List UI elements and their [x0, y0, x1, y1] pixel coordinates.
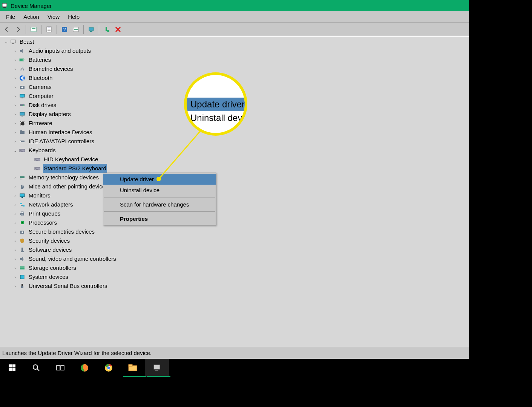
svg-rect-62 — [21, 214, 23, 216]
device-manager-taskbar-icon[interactable] — [145, 359, 169, 377]
tree-category[interactable]: ›Mice and other pointing devices — [0, 182, 469, 191]
task-view-button[interactable] — [48, 359, 72, 377]
tree-category[interactable]: ›Batteries — [0, 55, 469, 64]
show-hidden-button[interactable] — [28, 24, 39, 35]
search-button[interactable] — [24, 359, 48, 377]
tree-category[interactable]: ›Security devices — [0, 236, 469, 245]
svg-point-22 — [21, 87, 23, 89]
menu-view[interactable]: View — [44, 12, 63, 21]
taskbar — [0, 359, 469, 377]
svg-rect-5 — [48, 28, 51, 28]
context-scan-hardware[interactable]: Scan for hardware changes — [103, 199, 216, 210]
svg-rect-76 — [12, 364, 15, 367]
chevron-right-icon[interactable]: › — [12, 110, 18, 119]
tree-category-label: Disk drives — [28, 101, 57, 110]
chevron-right-icon[interactable]: › — [12, 83, 18, 92]
svg-rect-16 — [12, 43, 14, 44]
uninstall-button[interactable] — [113, 24, 123, 35]
chevron-down-icon[interactable]: ⌄ — [12, 146, 18, 155]
tree-category[interactable]: ›IDE ATA/ATAPI controllers — [0, 137, 469, 146]
tree-category[interactable]: ›Storage controllers — [0, 263, 469, 272]
chevron-down-icon[interactable]: ⌄ — [3, 37, 9, 46]
tree-category[interactable]: ›Print queues — [0, 209, 469, 218]
system-icon — [19, 274, 26, 280]
tree-category[interactable]: ›Network adapters — [0, 200, 469, 209]
bluetooth-icon — [19, 75, 26, 81]
svg-rect-49 — [20, 176, 25, 178]
svg-point-86 — [107, 367, 110, 369]
monitor-icon — [19, 192, 26, 199]
magnifier-callout: Update driver Uninstall dev — [184, 72, 247, 136]
help-button[interactable]: ? — [59, 24, 70, 35]
start-button[interactable] — [0, 359, 24, 377]
chevron-right-icon[interactable]: › — [12, 245, 18, 254]
context-uninstall-device[interactable]: Uninstall device — [103, 185, 216, 196]
chevron-right-icon[interactable]: › — [12, 263, 18, 272]
svg-rect-13 — [106, 27, 107, 31]
keyboard-icon — [34, 165, 41, 172]
monitor-icon — [19, 93, 26, 99]
svg-rect-61 — [21, 212, 23, 213]
enable-button[interactable] — [86, 24, 97, 35]
tree-category[interactable]: ›Monitors — [0, 191, 469, 200]
back-button[interactable] — [2, 24, 12, 35]
tree-root[interactable]: ⌄Beast — [0, 37, 469, 46]
svg-text:?: ? — [63, 27, 66, 32]
menu-help[interactable]: Help — [64, 12, 83, 21]
tree-category[interactable]: ›Biometric devices — [0, 64, 469, 73]
chevron-right-icon[interactable]: › — [12, 282, 18, 291]
chevron-right-icon[interactable]: › — [12, 92, 18, 101]
tree-category-label: Storage controllers — [28, 263, 77, 272]
menu-action[interactable]: Action — [20, 12, 43, 21]
chrome-taskbar-icon[interactable] — [97, 359, 121, 377]
chevron-right-icon[interactable]: › — [12, 101, 18, 110]
tree-category-label: Batteries — [28, 55, 52, 64]
tree-category[interactable]: ›Sound, video and game controllers — [0, 254, 469, 263]
chevron-right-icon[interactable]: › — [12, 173, 18, 182]
svg-rect-28 — [21, 116, 23, 116]
chevron-right-icon[interactable]: › — [12, 46, 18, 55]
tree-category[interactable]: ›Universal Serial Bus controllers — [0, 282, 469, 291]
firefox-taskbar-icon[interactable] — [72, 359, 97, 377]
chevron-right-icon[interactable]: › — [12, 254, 18, 263]
chevron-right-icon[interactable]: › — [12, 227, 18, 236]
chevron-right-icon[interactable]: › — [12, 55, 18, 64]
tree-category[interactable]: ⌄Keyboards — [0, 146, 469, 155]
tree-category[interactable]: ›Secure biometrics devices — [0, 227, 469, 236]
chevron-right-icon[interactable]: › — [12, 191, 18, 200]
tree-device[interactable]: HID Keyboard Device — [0, 155, 469, 164]
svg-rect-19 — [20, 59, 23, 61]
menu-file[interactable]: File — [2, 12, 19, 21]
keyboard-icon — [34, 156, 41, 163]
chevron-right-icon[interactable]: › — [12, 73, 18, 83]
file-explorer-taskbar-icon[interactable] — [121, 359, 145, 377]
chevron-right-icon[interactable]: › — [12, 182, 18, 191]
mouse-icon — [19, 183, 26, 190]
properties-button[interactable] — [44, 24, 54, 35]
chevron-right-icon[interactable]: › — [12, 137, 18, 146]
tree-category-label: Bluetooth — [28, 73, 53, 83]
ide-icon — [19, 138, 26, 145]
scan-button[interactable] — [71, 24, 81, 35]
chevron-right-icon[interactable]: › — [12, 128, 18, 137]
chevron-right-icon[interactable]: › — [12, 119, 18, 128]
tree-category[interactable]: ›Processors — [0, 218, 469, 227]
chevron-right-icon[interactable]: › — [12, 200, 18, 209]
forward-button[interactable] — [13, 24, 23, 35]
add-legacy-button[interactable] — [101, 24, 112, 35]
svg-rect-27 — [20, 112, 25, 115]
tree-category-label: Universal Serial Bus controllers — [28, 282, 108, 291]
chevron-right-icon[interactable]: › — [12, 272, 18, 282]
device-tree: ⌄Beast›Audio inputs and outputs›Batterie… — [0, 37, 469, 291]
chevron-right-icon[interactable]: › — [12, 218, 18, 227]
chevron-right-icon[interactable]: › — [12, 209, 18, 218]
tree-category[interactable]: ›Audio inputs and outputs — [0, 46, 469, 55]
chevron-right-icon[interactable]: › — [12, 64, 18, 73]
context-properties[interactable]: Properties — [103, 213, 216, 224]
tree-category[interactable]: ›Memory technology devices — [0, 173, 469, 182]
tree-category[interactable]: ›System devices — [0, 272, 469, 282]
tree-category[interactable]: ›Software devices — [0, 245, 469, 254]
chevron-right-icon[interactable]: › — [12, 236, 18, 245]
svg-rect-15 — [11, 40, 15, 43]
tree-device[interactable]: Standard PS/2 Keyboard — [0, 164, 469, 173]
